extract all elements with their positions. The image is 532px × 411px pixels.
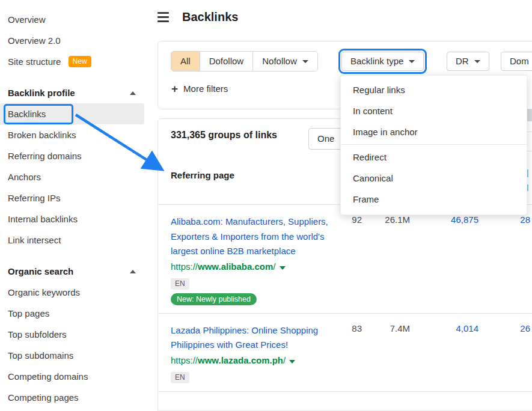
stat-dr: 83 xyxy=(332,323,362,333)
sidebar-item-site-structure[interactable]: Site structure New xyxy=(0,51,150,72)
stat-referring-domains-link[interactable]: 46,875 xyxy=(424,215,478,225)
chevron-down-icon xyxy=(302,60,308,63)
sidebar-item-organic-search[interactable]: Organic search xyxy=(0,261,150,282)
collapse-arrow-icon[interactable] xyxy=(130,91,136,95)
sidebar-item-referring-ips[interactable]: Referring IPs xyxy=(0,187,150,209)
clipped-edge-element xyxy=(527,151,532,151)
sidebar-item-backlink-profile[interactable]: Backlink profile xyxy=(0,82,150,103)
stat-referring-domains-link[interactable]: 4,014 xyxy=(424,323,478,333)
more-filters-button[interactable]: +More filters xyxy=(171,79,228,99)
clipped-edge-element xyxy=(527,109,532,121)
sidebar-item-label: Referring IPs xyxy=(8,193,61,203)
sidebar-item-label: Backlink profile xyxy=(8,88,75,98)
stat-linked-domains-link[interactable]: 28 xyxy=(476,215,530,225)
referring-page-link[interactable]: Alibaba.com: Manufacturers, Suppliers, E… xyxy=(171,215,340,259)
sidebar-item-label: Broken backlinks xyxy=(8,130,76,140)
sidebar-item-label: Organic search xyxy=(8,266,73,276)
dropdown-menu-item[interactable]: Frame xyxy=(341,189,527,210)
backlink-type-dropdown-menu: Regular linksIn contentImage in anchorRe… xyxy=(340,75,527,215)
language-badge: EN xyxy=(171,372,189,383)
referring-page-url: https://www.lazada.com.ph/ xyxy=(171,353,532,368)
newly-published-badge: New: Newly published xyxy=(171,293,257,305)
sidebar-item-label: Competing domains xyxy=(8,371,88,382)
referring-page-link[interactable]: Lazada Philippines: Online Shopping Phil… xyxy=(171,323,340,353)
sidebar-item-competing-domains[interactable]: Competing domains xyxy=(0,366,150,387)
sidebar-item-anchors[interactable]: Anchors xyxy=(0,166,150,187)
dropdown-menu-item[interactable]: In content xyxy=(341,100,527,121)
stat-traffic: 7.4M xyxy=(368,323,410,333)
backlinks-page: Overview Overview 2.0 Site structure New… xyxy=(0,0,532,411)
dropdown-menu-item[interactable]: Image in anchor xyxy=(341,121,527,142)
stat-linked-domains-link[interactable]: 26 xyxy=(476,323,530,333)
sidebar-item-overview-2-0[interactable]: Overview 2.0 xyxy=(0,30,150,51)
sidebar-item-top-subfolders[interactable]: Top subfolders xyxy=(0,324,150,345)
sidebar-item-label: Organic keywords xyxy=(8,287,80,297)
sidebar-item-competing-pages[interactable]: Competing pages xyxy=(0,387,150,408)
filter-nofollow-button[interactable]: Nofollow xyxy=(252,52,317,71)
sidebar-item-top-pages[interactable]: Top pages xyxy=(0,303,150,324)
sidebar-item-label: Top pages xyxy=(8,308,49,318)
sidebar-item-label: Anchors xyxy=(8,172,41,182)
sidebar-item-internal-backlinks[interactable]: Internal backlinks xyxy=(0,209,150,230)
menu-icon[interactable] xyxy=(157,12,169,22)
referring-page-url: https://www.alibaba.com/ xyxy=(171,260,532,274)
domain-filter-button[interactable]: Dom xyxy=(501,52,532,71)
menu-divider xyxy=(341,144,527,145)
page-title: Backlinks xyxy=(182,10,238,24)
sidebar-item-referring-domains[interactable]: Referring domains xyxy=(0,145,150,166)
sidebar: Overview Overview 2.0 Site structure New… xyxy=(0,9,150,408)
column-header-referring-page[interactable]: Referring page xyxy=(171,170,234,180)
sidebar-item-organic-keywords[interactable]: Organic keywords xyxy=(0,282,150,303)
table-rows: Alibaba.com: Manufacturers, Suppliers, E… xyxy=(158,205,532,392)
plus-icon: + xyxy=(171,82,178,95)
language-badge: EN xyxy=(171,278,189,290)
dropdown-menu-item[interactable]: Regular links xyxy=(341,79,527,100)
stat-traffic: 26.1M xyxy=(368,215,410,225)
table-row: Alibaba.com: Manufacturers, Suppliers, E… xyxy=(158,205,532,314)
sidebar-item-broken-backlinks[interactable]: Broken backlinks xyxy=(0,124,150,145)
dr-filter-button[interactable]: DR xyxy=(447,52,489,71)
new-badge: New xyxy=(69,56,91,67)
clipped-edge-element xyxy=(527,132,532,132)
filter-all-button[interactable]: All xyxy=(171,52,200,71)
sidebar-item-label: Competing pages xyxy=(8,392,79,403)
filter-dofollow-button[interactable]: Dofollow xyxy=(200,52,253,71)
sidebar-item-top-subdomains[interactable]: Top subdomains xyxy=(0,345,150,366)
sidebar-item-label: Internal backlinks xyxy=(8,214,78,224)
sidebar-item-link-intersect[interactable]: Link intersect xyxy=(0,230,150,251)
dropdown-menu-item[interactable]: Canonical xyxy=(341,168,527,189)
results-count: 331,365 groups of links xyxy=(171,130,277,141)
sidebar-item-backlinks[interactable]: Backlinks xyxy=(0,103,144,124)
sidebar-item-label: Top subfolders xyxy=(8,329,67,339)
sidebar-item-label: Referring domains xyxy=(8,151,82,161)
url-dropdown-icon[interactable] xyxy=(280,266,286,270)
url-dropdown-icon[interactable] xyxy=(289,360,295,364)
follow-filter-group: All Dofollow Nofollow xyxy=(171,51,318,72)
sidebar-item-label: Overview xyxy=(8,14,46,25)
chevron-down-icon xyxy=(409,60,415,63)
table-row: Lazada Philippines: Online Shopping Phil… xyxy=(158,314,532,392)
sidebar-item-label: Site structure xyxy=(8,56,61,67)
sidebar-item-label: Top subdomains xyxy=(8,350,73,361)
sidebar-item-overview[interactable]: Overview xyxy=(0,9,150,30)
sidebar-item-label: Link intersect xyxy=(8,235,61,245)
backlink-type-filter-button[interactable]: Backlink type xyxy=(341,52,424,71)
collapse-arrow-icon[interactable] xyxy=(130,270,136,273)
dropdown-menu-item[interactable]: Redirect xyxy=(341,147,527,168)
stat-dr: 92 xyxy=(332,215,362,225)
sidebar-item-label: Overview 2.0 xyxy=(8,35,61,46)
sidebar-item-label: Backlinks xyxy=(8,109,46,119)
chevron-down-icon xyxy=(474,60,480,63)
